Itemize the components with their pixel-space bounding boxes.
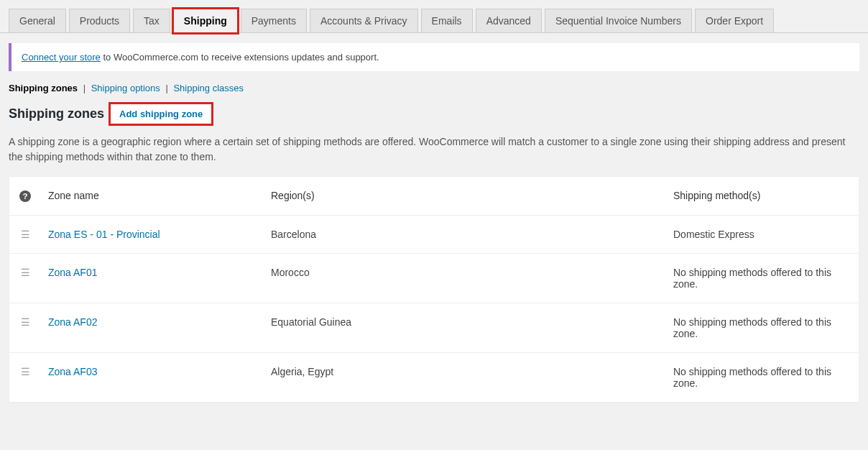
zone-name-link[interactable]: Zona AF03 xyxy=(48,366,98,377)
connect-notice-text: to WooCommerce.com to receive extensions… xyxy=(101,52,379,63)
page-description: A shipping zone is a geographic region w… xyxy=(0,134,868,176)
table-row: ☰Zona AF03Algeria, EgyptNo shipping meth… xyxy=(9,353,859,403)
zone-region: Morocco xyxy=(264,254,666,303)
subnav-shipping-classes[interactable]: Shipping classes xyxy=(173,83,244,93)
tab-sequential-invoice-numbers[interactable]: Sequential Invoice Numbers xyxy=(545,9,692,32)
header-help: ? xyxy=(9,177,41,216)
page-title: Shipping zones xyxy=(9,106,104,121)
tab-tax[interactable]: Tax xyxy=(133,9,170,32)
settings-tabs: General Products Tax Shipping Payments A… xyxy=(0,0,868,33)
zone-method: No shipping methods offered to this zone… xyxy=(666,303,859,353)
zone-method: No shipping methods offered to this zone… xyxy=(666,254,859,303)
tab-order-export[interactable]: Order Export xyxy=(695,9,774,32)
zone-name-link[interactable]: Zona ES - 01 - Provincial xyxy=(48,229,160,240)
drag-handle-icon[interactable]: ☰ xyxy=(21,316,30,328)
zone-method: Domestic Express xyxy=(666,216,859,254)
header-zone-name: Zone name xyxy=(41,177,264,216)
zone-name-link[interactable]: Zona AF02 xyxy=(48,316,98,328)
shipping-subnav: Shipping zones | Shipping options | Ship… xyxy=(0,78,868,99)
header-shipping-methods: Shipping method(s) xyxy=(666,177,859,216)
connect-notice: Connect your store to WooCommerce.com to… xyxy=(9,43,859,71)
tab-emails[interactable]: Emails xyxy=(421,9,473,32)
drag-handle-icon[interactable]: ☰ xyxy=(21,366,30,377)
shipping-zones-table: ? Zone name Region(s) Shipping method(s)… xyxy=(9,176,859,403)
header-regions: Region(s) xyxy=(264,177,666,216)
tab-general[interactable]: General xyxy=(9,9,66,32)
table-row: ☰Zona ES - 01 - ProvincialBarcelonaDomes… xyxy=(9,216,859,254)
subnav-separator: | xyxy=(165,83,170,93)
subnav-shipping-zones[interactable]: Shipping zones xyxy=(9,83,78,93)
zone-name-link[interactable]: Zona AF01 xyxy=(48,267,98,278)
zone-region: Algeria, Egypt xyxy=(264,353,666,403)
tab-products[interactable]: Products xyxy=(69,9,130,32)
heading-row: Shipping zones Add shipping zone xyxy=(0,99,868,134)
zone-method: No shipping methods offered to this zone… xyxy=(666,353,859,403)
drag-handle-icon[interactable]: ☰ xyxy=(21,229,30,240)
connect-store-link[interactable]: Connect your store xyxy=(22,52,101,63)
table-row: ☰Zona AF02Equatorial GuineaNo shipping m… xyxy=(9,303,859,353)
zone-region: Barcelona xyxy=(264,216,666,254)
tab-accounts-privacy[interactable]: Accounts & Privacy xyxy=(310,9,418,32)
subnav-separator: | xyxy=(83,83,88,93)
help-icon[interactable]: ? xyxy=(19,190,31,202)
add-shipping-zone-button[interactable]: Add shipping zone xyxy=(110,104,212,124)
tab-advanced[interactable]: Advanced xyxy=(476,9,542,32)
tab-payments[interactable]: Payments xyxy=(241,9,307,32)
drag-handle-icon[interactable]: ☰ xyxy=(21,267,30,278)
subnav-shipping-options[interactable]: Shipping options xyxy=(91,83,160,93)
table-row: ☰Zona AF01MoroccoNo shipping methods off… xyxy=(9,254,859,303)
zone-region: Equatorial Guinea xyxy=(264,303,666,353)
tab-shipping[interactable]: Shipping xyxy=(173,9,238,33)
